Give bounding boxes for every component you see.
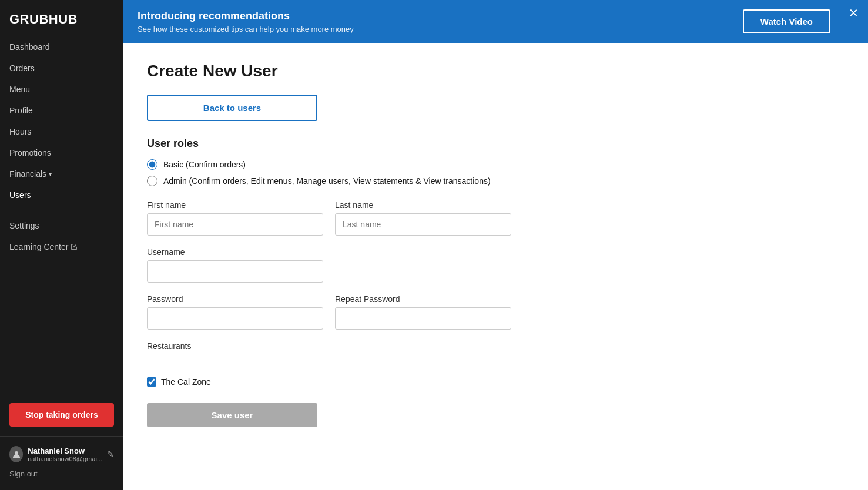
user-details: Nathaniel Snow nathanielsnow08@gmai...	[28, 447, 102, 462]
username-field[interactable]	[147, 260, 323, 283]
banner-text: Introducing recommendations See how thes…	[138, 10, 354, 33]
repeat-password-field[interactable]	[335, 307, 511, 330]
password-row: Password Repeat Password	[147, 294, 629, 330]
main-content: Introducing recommendations See how thes…	[123, 0, 868, 490]
sidebar-item-hours[interactable]: Hours	[0, 121, 123, 142]
restaurants-divider	[147, 364, 498, 364]
password-group: Password	[147, 294, 323, 330]
user-roles-radio-group: Basic (Confirm orders) Admin (Confirm or…	[147, 159, 629, 186]
user-name: Nathaniel Snow	[28, 447, 102, 455]
sidebar-user-info: Nathaniel Snow nathanielsnow08@gmai... ✎	[9, 446, 114, 462]
restaurant-cal-zone-option[interactable]: The Cal Zone	[147, 377, 498, 387]
first-name-group: First name	[147, 200, 323, 236]
user-roles-section-title: User roles	[147, 137, 629, 150]
last-name-label: Last name	[335, 200, 511, 210]
sidebar-logo: GRUBHUB	[0, 0, 123, 36]
restaurants-label: Restaurants	[147, 341, 498, 351]
save-user-button[interactable]: Save user	[147, 403, 317, 427]
sidebar-item-dashboard[interactable]: Dashboard	[0, 36, 123, 58]
sidebar-item-profile[interactable]: Profile	[0, 100, 123, 121]
sidebar-nav: Dashboard Orders Menu Profile Hours Prom…	[0, 36, 123, 394]
restaurant-cal-zone-label: The Cal Zone	[161, 377, 211, 387]
username-group: Username	[147, 247, 323, 283]
chevron-down-icon: ▾	[49, 171, 52, 177]
page-title: Create New User	[147, 62, 629, 80]
sidebar-item-menu[interactable]: Menu	[0, 79, 123, 100]
role-basic-radio[interactable]	[147, 159, 157, 170]
sidebar-item-financials[interactable]: Financials ▾	[0, 163, 123, 184]
external-link-icon	[71, 243, 78, 250]
restaurants-group: Restaurants The Cal Zone	[147, 341, 498, 391]
sidebar: GRUBHUB Dashboard Orders Menu Profile Ho…	[0, 0, 123, 490]
repeat-password-label: Repeat Password	[335, 294, 511, 304]
sidebar-item-settings[interactable]: Settings	[0, 215, 123, 236]
banner-subtitle: See how these customized tips can help y…	[138, 25, 354, 33]
sidebar-footer: Nathaniel Snow nathanielsnow08@gmai... ✎…	[0, 436, 123, 490]
role-admin-label: Admin (Confirm orders, Edit menus, Manag…	[163, 176, 491, 186]
sidebar-section-bottom: Settings Learning Center	[0, 215, 123, 257]
password-field[interactable]	[147, 307, 323, 330]
last-name-field[interactable]	[335, 213, 511, 236]
page-body: Create New User Back to users User roles…	[123, 43, 652, 446]
repeat-password-group: Repeat Password	[335, 294, 511, 330]
password-label: Password	[147, 294, 323, 304]
watch-video-button[interactable]: Watch Video	[743, 9, 830, 33]
restaurant-cal-zone-checkbox[interactable]	[147, 377, 156, 387]
first-name-label: First name	[147, 200, 323, 210]
role-basic-label: Basic (Confirm orders)	[163, 160, 246, 169]
first-name-field[interactable]	[147, 213, 323, 236]
role-admin-radio[interactable]	[147, 176, 157, 186]
sidebar-item-learning-center[interactable]: Learning Center	[0, 236, 123, 257]
username-label: Username	[147, 247, 323, 257]
role-basic-option[interactable]: Basic (Confirm orders)	[147, 159, 629, 170]
back-to-users-button[interactable]: Back to users	[147, 95, 317, 121]
role-admin-option[interactable]: Admin (Confirm orders, Edit menus, Manag…	[147, 176, 629, 186]
banner-title: Introducing recommendations	[138, 10, 354, 22]
last-name-group: Last name	[335, 200, 511, 236]
sidebar-item-orders[interactable]: Orders	[0, 58, 123, 79]
avatar	[9, 446, 23, 462]
stop-taking-orders-button[interactable]: Stop taking orders	[9, 403, 114, 427]
banner-close-button[interactable]: ✕	[849, 7, 859, 19]
name-row: First name Last name	[147, 200, 629, 236]
sign-out-link[interactable]: Sign out	[9, 467, 114, 481]
logo-text: GRUBHUB	[9, 12, 78, 26]
sidebar-item-users[interactable]: Users	[0, 184, 123, 206]
user-email: nathanielsnow08@gmai...	[28, 455, 102, 462]
edit-icon[interactable]: ✎	[107, 449, 114, 459]
recommendations-banner: Introducing recommendations See how thes…	[123, 0, 868, 43]
sidebar-item-promotions[interactable]: Promotions	[0, 142, 123, 163]
